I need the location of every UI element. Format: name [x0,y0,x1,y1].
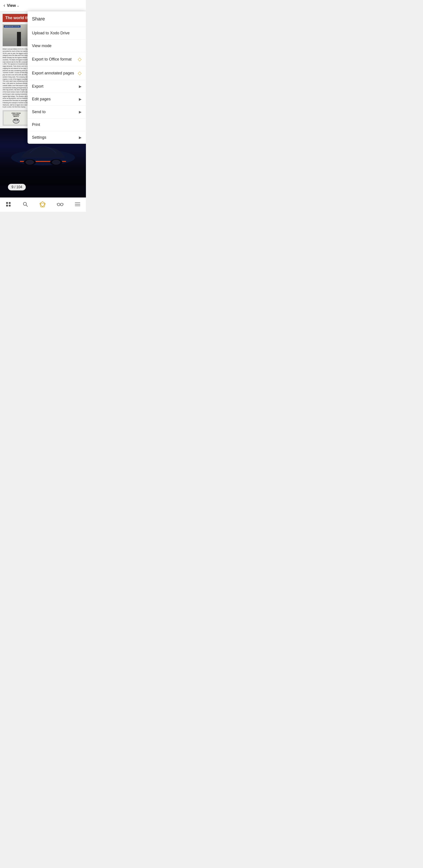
view-title: View [7,3,16,8]
content-section: The world this week NDERGROUND STATION B… [0,11,86,128]
export-annotated-label: Export annotated pages [32,71,76,75]
grid-icon [5,202,11,207]
page-counter: 9 / 104 [8,184,26,190]
settings-arrow-icon: ▶ [79,135,82,140]
export-label: Export [32,84,79,89]
share-label: Share [32,16,82,22]
menu-item-export-annotated[interactable]: Export annotated pages ◇ [28,66,86,80]
menu-item-export-office[interactable]: Export to Office format ◇ [28,52,86,66]
upload-label: Upload to Xodo Drive [32,31,82,35]
nav-search[interactable] [20,200,31,208]
svg-line-34 [26,205,28,207]
chevron-down-icon: ⌄ [17,4,19,7]
svg-point-28 [52,160,60,164]
export-arrow-icon: ▶ [79,84,82,89]
print-label: Print [32,122,82,127]
menu-item-share[interactable]: Share [28,11,86,27]
car-brand-label: TAGHEUER.COM [66,150,86,164]
overlay-backdrop[interactable] [0,11,28,128]
premium-diamond-icon-office: ◇ [78,56,82,62]
nav-grid[interactable] [3,200,14,208]
menu-item-settings[interactable]: Settings ▶ [28,131,86,144]
edit-pages-arrow-icon: ▶ [79,97,82,101]
page-wrapper: ‹ View ⌄ The world this week NDERGROUND … [0,0,86,212]
menu-item-export[interactable]: Export ▶ [28,80,86,93]
send-to-label: Send to [32,110,79,114]
menu-item-edit-pages[interactable]: Edit pages ▶ [28,93,86,106]
svg-rect-29 [6,202,8,204]
export-office-label: Export to Office format [32,57,76,62]
header: ‹ View ⌄ [0,0,86,11]
svg-point-39 [60,203,63,206]
svg-rect-32 [9,205,10,207]
menu-item-view-mode[interactable]: View mode [28,40,86,52]
svg-line-41 [57,204,57,205]
edit-pages-label: Edit pages [32,97,79,101]
svg-line-42 [63,204,63,205]
back-button[interactable]: ‹ [3,3,5,8]
menu-item-print[interactable]: Print [28,118,86,131]
search-icon [23,202,28,207]
bottom-navigation [0,197,86,212]
nav-reading-mode[interactable] [54,201,66,208]
send-to-arrow-icon: ▶ [79,110,82,114]
settings-label: Settings [32,135,79,140]
menu-lines-icon [75,202,80,207]
svg-rect-30 [9,202,10,204]
svg-rect-31 [6,205,8,207]
menu-item-send-to[interactable]: Send to ▶ [28,106,86,118]
nav-menu[interactable] [72,201,83,208]
svg-point-38 [57,203,60,206]
view-mode-label: View mode [32,43,82,48]
premium-diamond-icon-annotated: ◇ [78,70,82,76]
menu-item-upload[interactable]: Upload to Xodo Drive [28,27,86,40]
dropdown-menu: Share Upload to Xodo Drive View mode Exp… [28,11,86,144]
reading-glasses-icon [57,202,63,207]
svg-point-27 [26,160,34,164]
nav-premium[interactable] [37,200,48,208]
diamond-nav-icon [39,201,46,207]
